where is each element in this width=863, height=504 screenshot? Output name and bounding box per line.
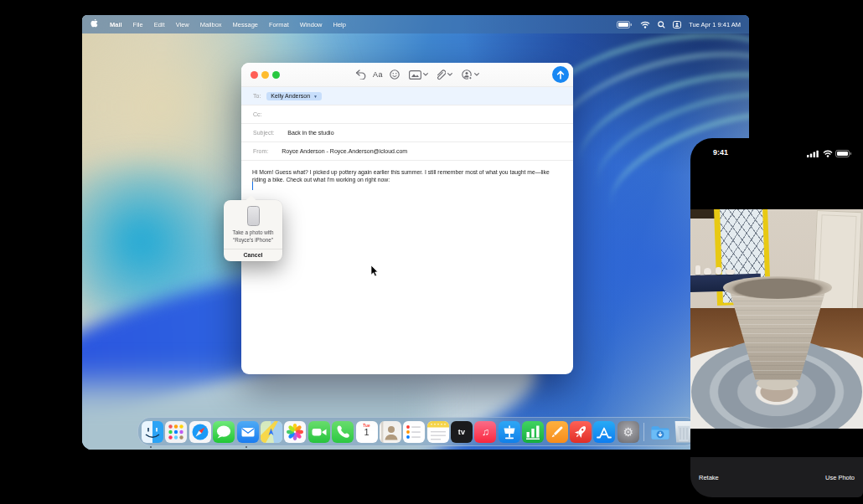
menu-file[interactable]: File [133, 21, 143, 28]
battery-icon [835, 150, 852, 157]
apple-menu-icon[interactable] [90, 19, 99, 29]
search-icon[interactable] [658, 21, 665, 28]
close-button[interactable] [251, 71, 258, 79]
use-photo-button[interactable]: Use Photo [825, 474, 855, 481]
menu-clock[interactable]: Tue Apr 1 9:41 AM [689, 21, 741, 28]
mac-display: Mail File Edit View Mailbox Message Form… [82, 15, 749, 450]
signature-menu-button[interactable] [462, 68, 479, 81]
cancel-button[interactable]: Cancel [224, 249, 282, 261]
minimize-button[interactable] [261, 71, 269, 79]
compose-titlebar[interactable]: Aa [241, 63, 573, 87]
dock-reminders-icon[interactable] [403, 421, 425, 443]
dock-maps-icon[interactable] [261, 421, 282, 443]
mail-running-dot [245, 446, 247, 448]
dock-messages-icon[interactable] [213, 421, 235, 443]
dock-launchpad-icon[interactable] [165, 421, 187, 443]
recipient-token[interactable]: Kelly Anderson ▼ [266, 92, 322, 100]
dock-notes-icon[interactable] [427, 421, 449, 443]
tv-label: tv [458, 428, 466, 436]
dock-keynote-icon[interactable] [499, 421, 520, 443]
photo-ceramic [695, 265, 700, 275]
dock-numbers-icon[interactable] [522, 421, 544, 443]
menu-message[interactable]: Message [233, 21, 258, 28]
battery-icon[interactable] [617, 21, 633, 28]
gear-icon: ⚙ [623, 425, 634, 439]
popover-line2: “Royce’s iPhone” [226, 237, 280, 244]
mail-compose-window: Aa To: Kelly Anderson [241, 63, 573, 374]
menu-mailbox[interactable]: Mailbox [200, 21, 222, 28]
dock-mail-icon[interactable] [237, 421, 259, 443]
dock-contacts-icon[interactable] [380, 421, 401, 443]
dock-rocket-icon[interactable] [570, 421, 592, 443]
zoom-button[interactable] [272, 71, 280, 79]
token-chevron-icon: ▼ [313, 94, 318, 99]
music-note-icon: ♫ [482, 426, 489, 438]
user-switch-icon[interactable] [673, 21, 681, 28]
text-caret [252, 182, 253, 190]
dock-music-icon[interactable]: ♫ [474, 421, 496, 443]
message-text: Hi Mom! Guess what? I picked up pottery … [252, 169, 550, 183]
undo-button[interactable] [355, 68, 366, 81]
iphone-icon [247, 206, 260, 226]
iphone-camera-panel: 9:41 Retake Use Photo [690, 138, 863, 497]
camera-preview [690, 209, 863, 429]
menu-mail[interactable]: Mail [110, 21, 122, 28]
attach-button[interactable] [436, 68, 452, 81]
continuity-camera-popover: Take a photo with “Royce’s iPhone” Cance… [224, 200, 282, 261]
dock-phone-icon[interactable] [332, 421, 354, 443]
dock-downloads-icon[interactable] [649, 421, 671, 443]
camera-action-bar: Retake Use Photo [690, 457, 863, 497]
cc-field[interactable]: Cc: [241, 105, 573, 124]
from-label: From: [253, 148, 268, 154]
dock-safari-icon[interactable] [189, 421, 211, 443]
subject-label: Subject: [253, 130, 274, 136]
dock-settings-icon[interactable]: ⚙ [618, 421, 639, 443]
send-button[interactable] [552, 66, 569, 83]
wifi-icon[interactable] [640, 21, 650, 28]
finder-running-dot [150, 446, 152, 448]
recipient-name: Kelly Anderson [271, 93, 310, 99]
cellular-signal-icon [807, 150, 819, 157]
from-value: Royce Anderson - Royce.Anderson@icloud.c… [282, 148, 407, 154]
cc-label: Cc: [253, 111, 262, 117]
subject-field[interactable]: Subject: Back in the studio [241, 124, 573, 142]
to-label: To: [253, 93, 261, 99]
menu-window[interactable]: Window [300, 21, 323, 28]
photo-ceramic [716, 267, 721, 275]
to-field[interactable]: To: Kelly Anderson ▼ [241, 87, 573, 105]
dock-finder-icon[interactable] [142, 421, 163, 443]
dock-photos-icon[interactable] [284, 421, 306, 443]
dock-divider [643, 423, 644, 441]
photo-browser-button[interactable] [409, 68, 428, 81]
wifi-icon [823, 150, 833, 157]
from-field[interactable]: From: Royce Anderson - Royce.Anderson@ic… [241, 142, 573, 161]
retake-button[interactable]: Retake [699, 474, 719, 481]
iphone-clock: 9:41 [713, 148, 728, 157]
dock-facetime-icon[interactable] [308, 421, 330, 443]
emoji-button[interactable] [390, 68, 400, 81]
menu-help[interactable]: Help [333, 21, 345, 28]
dock-calendar-icon[interactable]: Tue 1 [356, 421, 378, 443]
subject-value: Back in the studio [287, 130, 333, 136]
message-body[interactable]: Hi Mom! Guess what? I picked up pottery … [241, 161, 571, 184]
dock-appstore-icon[interactable] [593, 421, 615, 443]
menu-edit[interactable]: Edit [154, 21, 165, 28]
mouse-cursor [371, 265, 380, 280]
menu-view[interactable]: View [176, 21, 189, 28]
menu-bar: Mail File Edit View Mailbox Message Form… [82, 15, 749, 33]
photo-ceramic [726, 270, 735, 275]
menu-format[interactable]: Format [269, 21, 289, 28]
format-button[interactable]: Aa [373, 68, 383, 81]
dock: Tue 1 tv ♫ ⚙ [137, 417, 699, 446]
popover-line1: Take a photo with [226, 229, 280, 237]
photo-ceramic [704, 268, 711, 275]
photo-bowl-rim [723, 276, 832, 299]
dock-appletv-icon[interactable]: tv [451, 421, 473, 443]
dock-pages-icon[interactable] [546, 421, 568, 443]
calendar-day: 1 [356, 428, 378, 437]
